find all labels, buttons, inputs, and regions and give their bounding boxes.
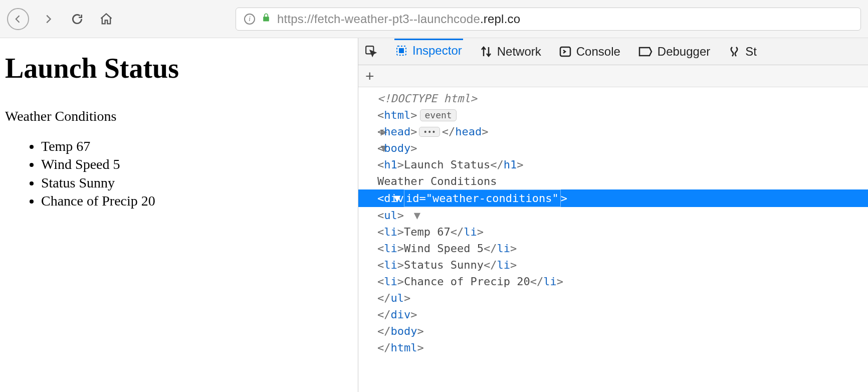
event-badge[interactable]: event xyxy=(420,109,456,121)
add-tab-button[interactable]: + xyxy=(365,69,374,84)
weather-list: Temp 67 Wind Speed 5 Status Sunny Chance… xyxy=(41,137,353,211)
dom-ul-close[interactable]: </ul> xyxy=(358,290,868,306)
tab-label: Network xyxy=(497,45,541,59)
dom-li[interactable]: <li>Wind Speed 5</li> xyxy=(358,240,868,257)
main-area: Launch Status Weather Conditions Temp 67… xyxy=(0,38,868,392)
tab-label: Inspector xyxy=(412,44,462,58)
list-item: Temp 67 xyxy=(41,137,353,155)
tab-label: Console xyxy=(576,45,620,59)
tab-style-editor-partial[interactable]: St xyxy=(727,40,758,64)
dom-tree[interactable]: <!DOCTYPE html> <html>event ▶<head>•••</… xyxy=(358,87,868,392)
dom-head[interactable]: ▶<head>•••</head> xyxy=(358,123,868,140)
dom-html-close[interactable]: </html> xyxy=(358,339,868,356)
tab-debugger[interactable]: Debugger xyxy=(637,40,711,64)
url-bar[interactable]: i https://fetch-weather-pt3--launchcode.… xyxy=(236,8,861,31)
dom-body-open[interactable]: ▼<body> xyxy=(358,140,868,156)
weather-subhead: Weather Conditions xyxy=(5,108,353,124)
devtools-panel: Inspector Network Console Debugger St + xyxy=(358,38,868,392)
home-button[interactable] xyxy=(96,9,116,29)
list-item: Wind Speed 5 xyxy=(41,155,353,173)
url-text: https://fetch-weather-pt3--launchcode.re… xyxy=(277,12,520,26)
dom-div-selected[interactable]: ▼<div id="weather-conditions"> xyxy=(358,189,868,207)
svg-rect-2 xyxy=(399,49,403,53)
dom-li[interactable]: <li>Status Sunny</li> xyxy=(358,257,868,273)
ellipsis-icon[interactable]: ••• xyxy=(419,127,440,137)
forward-button[interactable] xyxy=(38,9,58,29)
tab-console[interactable]: Console xyxy=(558,40,621,64)
list-item: Status Sunny xyxy=(41,174,353,192)
dom-div-close[interactable]: </div> xyxy=(358,306,868,323)
dom-body-close[interactable]: </body> xyxy=(358,323,868,339)
back-button[interactable] xyxy=(7,8,29,30)
devtools-addtab-row: + xyxy=(358,65,868,87)
info-icon[interactable]: i xyxy=(244,14,255,25)
element-picker-button[interactable] xyxy=(364,45,378,59)
page-title: Launch Status xyxy=(5,52,353,84)
devtools-tabs: Inspector Network Console Debugger St xyxy=(358,38,868,65)
lock-icon xyxy=(261,12,271,26)
dom-ul-open[interactable]: ▼<ul> xyxy=(358,207,868,224)
browser-toolbar: i https://fetch-weather-pt3--launchcode.… xyxy=(0,0,868,38)
dom-li[interactable]: <li>Chance of Precip 20</li> xyxy=(358,273,868,290)
tab-network[interactable]: Network xyxy=(479,40,542,64)
list-item: Chance of Precip 20 xyxy=(41,192,353,210)
dom-html-open[interactable]: <html>event xyxy=(358,107,868,123)
reload-button[interactable] xyxy=(67,9,87,29)
dom-doctype[interactable]: <!DOCTYPE html> xyxy=(358,90,868,107)
tab-label: Debugger xyxy=(658,45,710,59)
dom-li[interactable]: <li>Temp 67</li> xyxy=(358,224,868,240)
dom-h1[interactable]: <h1>Launch Status</h1> xyxy=(358,156,868,173)
dom-text-weather[interactable]: Weather Conditions xyxy=(358,173,868,189)
tab-label: St xyxy=(745,45,757,59)
page-content: Launch Status Weather Conditions Temp 67… xyxy=(0,38,358,392)
tab-inspector[interactable]: Inspector xyxy=(394,39,463,63)
